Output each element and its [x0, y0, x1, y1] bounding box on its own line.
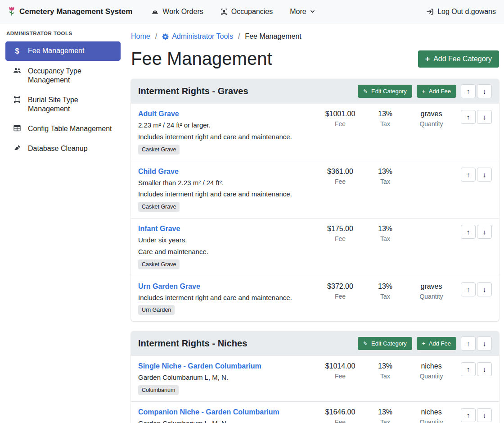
fee-name-link[interactable]: Urn Garden Grave: [138, 282, 310, 291]
fee-tax: 13%: [365, 362, 405, 370]
nav-work-orders[interactable]: Work Orders: [151, 8, 203, 16]
fee-tax-label: Tax: [365, 178, 405, 185]
breadcrumb-home-link[interactable]: Home: [131, 32, 150, 41]
category-header: Interment Rights - Niches ✎ Edit Categor…: [131, 331, 499, 356]
fee-description: Care and maintenance.: [138, 248, 310, 256]
fee-quantity-label: Quantity: [405, 373, 457, 380]
sidebar-item-label: Fee Management: [28, 46, 84, 55]
sidebar: ADMINISTRATOR TOOLS $ Fee Management Occ…: [0, 23, 126, 423]
move-category-up-button[interactable]: ↑: [461, 84, 476, 98]
breadcrumb-admin-tools-link[interactable]: Administrator Tools: [162, 32, 233, 41]
fee-name-link[interactable]: Adult Grave: [138, 110, 310, 118]
fee-reorder-buttons: ↑ ↓: [461, 282, 492, 296]
fee-tax: 13%: [365, 110, 405, 118]
sidebar-item-label: Config Table Management: [28, 124, 112, 133]
add-fee-button[interactable]: + Add Fee: [417, 85, 456, 98]
hard-hat-icon: [151, 8, 159, 15]
page-title: Fee Management: [131, 49, 272, 69]
fee-description: Garden Columbarium L, M, N.: [138, 419, 310, 423]
move-fee-down-button[interactable]: ↓: [477, 282, 492, 296]
fee-reorder-buttons: ↑ ↓: [461, 110, 492, 124]
category-reorder-buttons: ↑ ↓: [461, 84, 492, 98]
add-fee-category-button[interactable]: + Add Fee Category: [418, 50, 499, 68]
fee-info: Urn Garden Grave Includes interment righ…: [138, 282, 315, 315]
page-layout: ADMINISTRATOR TOOLS $ Fee Management Occ…: [0, 23, 504, 423]
sidebar-item-database-cleanup[interactable]: Database Cleanup: [5, 139, 121, 158]
fee-description: 2.23 m² / 24 ft² or larger.: [138, 121, 310, 130]
nav-label: Occupancies: [231, 8, 273, 16]
category-title: Interment Rights - Niches: [138, 338, 353, 349]
breadcrumb-section-label: Administrator Tools: [172, 32, 233, 41]
fee-amount-col: $361.00 Fee: [315, 168, 365, 185]
add-fee-button[interactable]: + Add Fee: [417, 337, 456, 350]
move-fee-down-button[interactable]: ↓: [477, 362, 492, 376]
fee-tax-col: 13% Tax: [365, 282, 405, 300]
fee-name-link[interactable]: Companion Niche - Garden Columbarium: [138, 408, 310, 416]
move-fee-up-button[interactable]: ↑: [461, 408, 476, 422]
fee-row: Urn Garden Grave Includes interment righ…: [131, 276, 499, 322]
fee-quantity-col: graves Quantity: [405, 110, 457, 127]
main-nav: Work Orders Occupancies More: [151, 8, 315, 16]
move-category-up-button[interactable]: ↑: [461, 337, 476, 350]
move-fee-up-button[interactable]: ↑: [461, 282, 476, 296]
fee-description: Includes interment right and care and ma…: [138, 133, 310, 141]
fee-amount: $361.00: [315, 168, 365, 176]
edit-category-label: Edit Category: [371, 340, 407, 347]
sidebar-item-config-table-management[interactable]: Config Table Management: [5, 119, 121, 138]
fee-quantity: graves: [405, 282, 457, 291]
sidebar-item-fee-management[interactable]: $ Fee Management: [5, 41, 121, 61]
nav-label: Work Orders: [162, 8, 203, 16]
fee-quantity-col: niches Quantity: [405, 408, 457, 423]
fee-name-link[interactable]: Single Niche - Garden Columbarium: [138, 362, 310, 370]
nav-label: More: [290, 8, 306, 16]
fee-quantity-label: Quantity: [405, 120, 457, 127]
fee-tax-col: 13% Tax: [365, 110, 405, 127]
move-fee-up-button[interactable]: ↑: [461, 168, 476, 182]
nav-more[interactable]: More: [290, 8, 315, 16]
table-icon: [13, 125, 22, 132]
move-fee-down-button[interactable]: ↓: [477, 110, 492, 124]
move-fee-up-button[interactable]: ↑: [461, 362, 476, 376]
fee-category-card-graves: Interment Rights - Graves ✎ Edit Categor…: [131, 79, 499, 321]
move-category-down-button[interactable]: ↓: [477, 337, 492, 350]
fee-name-link[interactable]: Infant Grave: [138, 225, 310, 233]
fee-info: Child Grave Smaller than 2.23 m² / 24 ft…: [138, 168, 315, 212]
fee-tax-label: Tax: [365, 293, 405, 300]
edit-category-label: Edit Category: [371, 88, 407, 95]
category-header: Interment Rights - Graves ✎ Edit Categor…: [131, 79, 499, 104]
sidebar-item-label: Database Cleanup: [28, 144, 88, 153]
category-reorder-buttons: ↑ ↓: [461, 337, 492, 350]
fee-tax: 13%: [365, 282, 405, 291]
move-fee-down-button[interactable]: ↓: [477, 168, 492, 182]
plus-icon: +: [422, 341, 425, 346]
fee-quantity: graves: [405, 110, 457, 118]
fee-type-badge: Urn Garden: [138, 305, 175, 315]
fee-quantity-label: Quantity: [405, 293, 457, 300]
edit-category-button[interactable]: ✎ Edit Category: [358, 337, 412, 350]
edit-category-button[interactable]: ✎ Edit Category: [358, 85, 412, 98]
logout-link[interactable]: Log Out d.gowans: [426, 8, 496, 16]
fee-description: Includes interment right and care and ma…: [138, 294, 310, 302]
fee-tax-col: 13% Tax: [365, 362, 405, 380]
fee-amount-label: Fee: [315, 373, 365, 380]
fee-amount: $175.00: [315, 225, 365, 233]
sidebar-item-occupancy-type-management[interactable]: Occupancy Type Management: [5, 62, 121, 90]
nav-occupancies[interactable]: Occupancies: [220, 8, 273, 16]
move-fee-up-button[interactable]: ↑: [461, 225, 476, 239]
fee-tax: 13%: [365, 168, 405, 176]
move-category-down-button[interactable]: ↓: [477, 84, 492, 98]
sidebar-item-label: Occupancy Type Management: [28, 67, 113, 85]
broom-icon: [13, 145, 22, 152]
app-brand[interactable]: Cemetery Management System: [8, 6, 132, 17]
fee-info: Adult Grave 2.23 m² / 24 ft² or larger. …: [138, 110, 315, 155]
pencil-icon: ✎: [363, 89, 368, 94]
fee-name-link[interactable]: Child Grave: [138, 168, 310, 176]
fee-quantity: niches: [405, 362, 457, 370]
fee-info: Infant Grave Under six years. Care and m…: [138, 225, 315, 269]
fee-tax: 13%: [365, 225, 405, 233]
fee-amount: $1646.00: [315, 408, 365, 416]
move-fee-down-button[interactable]: ↓: [477, 408, 492, 422]
move-fee-down-button[interactable]: ↓: [477, 225, 492, 239]
sidebar-item-burial-site-type-management[interactable]: Burial Site Type Management: [5, 91, 121, 118]
move-fee-up-button[interactable]: ↑: [461, 110, 476, 124]
